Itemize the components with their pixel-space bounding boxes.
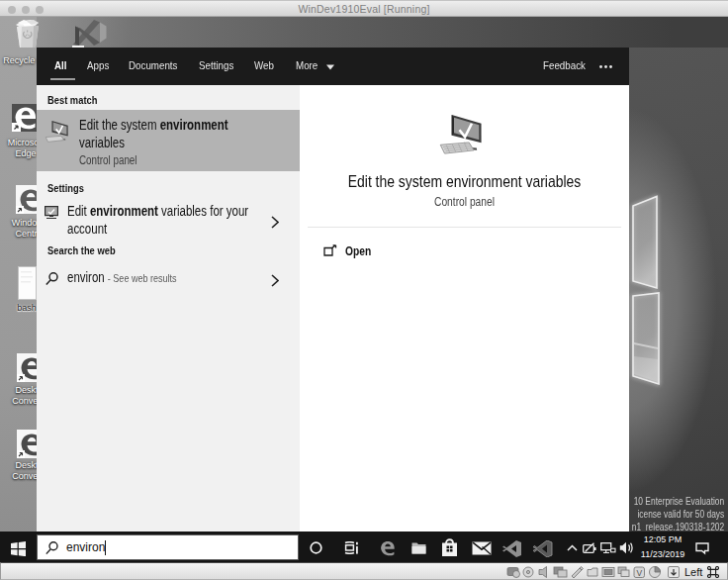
svg-text:V: V (637, 568, 643, 578)
